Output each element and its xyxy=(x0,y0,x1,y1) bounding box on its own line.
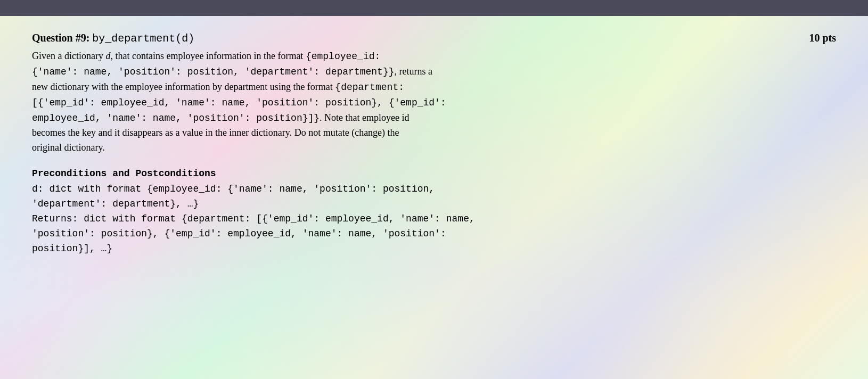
body-line3: new dictionary with the employee informa… xyxy=(32,81,404,92)
body-line7: original dictionary. xyxy=(32,142,105,153)
precond-line2: 'department': department}, …} xyxy=(32,197,836,212)
body-line5: employee_id, 'name': name, 'position': p… xyxy=(32,112,410,123)
preconditions-heading: Preconditions and Postconditions xyxy=(32,168,836,179)
body-line6: becomes the key and it disappears as a v… xyxy=(32,127,399,138)
preconditions-body: d: dict with format {employee_id: {'name… xyxy=(32,182,836,256)
question-title: Question #9: by_department(d) xyxy=(32,32,194,45)
question-body: Given a dictionary d, that contains empl… xyxy=(32,49,836,155)
precond-line5: position}], …} xyxy=(32,242,836,257)
pts-label: 10 pts xyxy=(809,32,836,44)
body-line1: Given a dictionary d, that contains empl… xyxy=(32,51,380,61)
content-area: Question #9: by_department(d) 10 pts Giv… xyxy=(0,16,868,379)
precond-line3: Returns: dict with format {department: [… xyxy=(32,212,836,227)
body-line2: {'name': name, 'position': position, 'de… xyxy=(32,66,432,77)
question-label: Question #9: xyxy=(32,32,89,44)
precond-line4: 'position': position}, {'emp_id': employ… xyxy=(32,227,836,242)
question-function: by_department(d) xyxy=(92,32,194,45)
body-line4: [{'emp_id': employee_id, 'name': name, '… xyxy=(32,97,446,108)
top-bar xyxy=(0,0,868,16)
question-header: Question #9: by_department(d) 10 pts xyxy=(32,32,836,45)
precond-line1: d: dict with format {employee_id: {'name… xyxy=(32,182,836,197)
